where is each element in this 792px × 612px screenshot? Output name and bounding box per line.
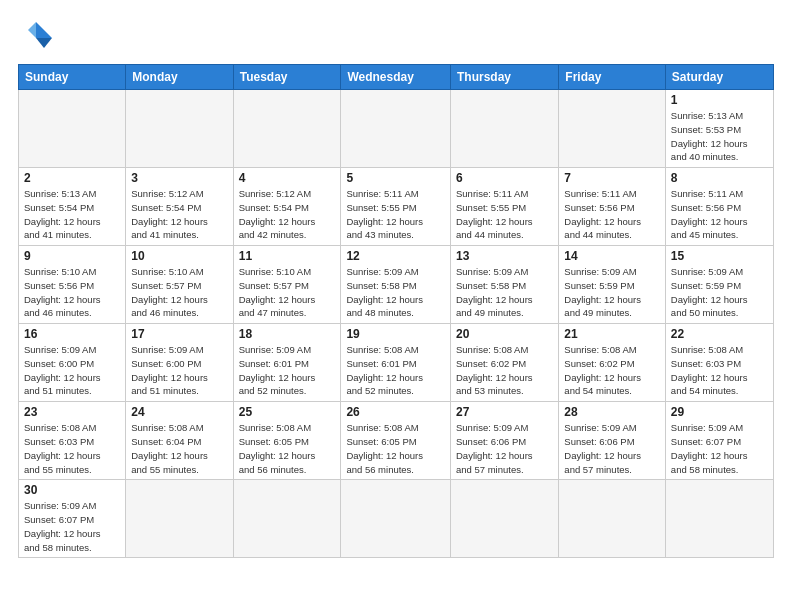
day-number: 15: [671, 249, 768, 263]
calendar-cell: 28Sunrise: 5:09 AM Sunset: 6:06 PM Dayli…: [559, 402, 666, 480]
day-info: Sunrise: 5:08 AM Sunset: 6:05 PM Dayligh…: [346, 421, 445, 476]
calendar-cell: 18Sunrise: 5:09 AM Sunset: 6:01 PM Dayli…: [233, 324, 341, 402]
day-number: 8: [671, 171, 768, 185]
day-number: 18: [239, 327, 336, 341]
day-number: 28: [564, 405, 660, 419]
day-number: 27: [456, 405, 553, 419]
calendar-cell: 16Sunrise: 5:09 AM Sunset: 6:00 PM Dayli…: [19, 324, 126, 402]
day-number: 21: [564, 327, 660, 341]
calendar-cell: 2Sunrise: 5:13 AM Sunset: 5:54 PM Daylig…: [19, 168, 126, 246]
calendar-cell: 8Sunrise: 5:11 AM Sunset: 5:56 PM Daylig…: [665, 168, 773, 246]
calendar-cell: [126, 480, 233, 558]
day-info: Sunrise: 5:13 AM Sunset: 5:54 PM Dayligh…: [24, 187, 120, 242]
day-info: Sunrise: 5:09 AM Sunset: 6:06 PM Dayligh…: [456, 421, 553, 476]
calendar-cell: [341, 480, 451, 558]
calendar-cell: 5Sunrise: 5:11 AM Sunset: 5:55 PM Daylig…: [341, 168, 451, 246]
calendar-cell: 21Sunrise: 5:08 AM Sunset: 6:02 PM Dayli…: [559, 324, 666, 402]
day-info: Sunrise: 5:08 AM Sunset: 6:05 PM Dayligh…: [239, 421, 336, 476]
day-info: Sunrise: 5:08 AM Sunset: 6:01 PM Dayligh…: [346, 343, 445, 398]
day-number: 23: [24, 405, 120, 419]
column-header-sunday: Sunday: [19, 65, 126, 90]
calendar-cell: 1Sunrise: 5:13 AM Sunset: 5:53 PM Daylig…: [665, 90, 773, 168]
day-number: 7: [564, 171, 660, 185]
calendar-cell: 30Sunrise: 5:09 AM Sunset: 6:07 PM Dayli…: [19, 480, 126, 558]
day-info: Sunrise: 5:11 AM Sunset: 5:56 PM Dayligh…: [671, 187, 768, 242]
calendar-week-row: 1Sunrise: 5:13 AM Sunset: 5:53 PM Daylig…: [19, 90, 774, 168]
calendar-cell: [233, 90, 341, 168]
day-info: Sunrise: 5:09 AM Sunset: 6:01 PM Dayligh…: [239, 343, 336, 398]
calendar-cell: 29Sunrise: 5:09 AM Sunset: 6:07 PM Dayli…: [665, 402, 773, 480]
day-number: 17: [131, 327, 227, 341]
day-info: Sunrise: 5:10 AM Sunset: 5:56 PM Dayligh…: [24, 265, 120, 320]
calendar-cell: 17Sunrise: 5:09 AM Sunset: 6:00 PM Dayli…: [126, 324, 233, 402]
calendar-cell: 13Sunrise: 5:09 AM Sunset: 5:58 PM Dayli…: [451, 246, 559, 324]
day-number: 24: [131, 405, 227, 419]
day-info: Sunrise: 5:09 AM Sunset: 5:58 PM Dayligh…: [346, 265, 445, 320]
calendar-cell: 3Sunrise: 5:12 AM Sunset: 5:54 PM Daylig…: [126, 168, 233, 246]
day-number: 10: [131, 249, 227, 263]
day-number: 30: [24, 483, 120, 497]
day-info: Sunrise: 5:11 AM Sunset: 5:56 PM Dayligh…: [564, 187, 660, 242]
day-number: 20: [456, 327, 553, 341]
calendar-cell: 6Sunrise: 5:11 AM Sunset: 5:55 PM Daylig…: [451, 168, 559, 246]
calendar-cell: 12Sunrise: 5:09 AM Sunset: 5:58 PM Dayli…: [341, 246, 451, 324]
header: [18, 18, 774, 54]
day-number: 12: [346, 249, 445, 263]
calendar-cell: [451, 480, 559, 558]
calendar-cell: 26Sunrise: 5:08 AM Sunset: 6:05 PM Dayli…: [341, 402, 451, 480]
calendar-cell: 10Sunrise: 5:10 AM Sunset: 5:57 PM Dayli…: [126, 246, 233, 324]
calendar-cell: [19, 90, 126, 168]
day-number: 14: [564, 249, 660, 263]
calendar-week-row: 23Sunrise: 5:08 AM Sunset: 6:03 PM Dayli…: [19, 402, 774, 480]
day-number: 19: [346, 327, 445, 341]
day-info: Sunrise: 5:09 AM Sunset: 6:07 PM Dayligh…: [24, 499, 120, 554]
column-header-saturday: Saturday: [665, 65, 773, 90]
day-info: Sunrise: 5:09 AM Sunset: 6:06 PM Dayligh…: [564, 421, 660, 476]
day-info: Sunrise: 5:08 AM Sunset: 6:02 PM Dayligh…: [564, 343, 660, 398]
calendar-cell: 19Sunrise: 5:08 AM Sunset: 6:01 PM Dayli…: [341, 324, 451, 402]
day-info: Sunrise: 5:08 AM Sunset: 6:02 PM Dayligh…: [456, 343, 553, 398]
day-number: 26: [346, 405, 445, 419]
day-number: 2: [24, 171, 120, 185]
calendar-cell: 7Sunrise: 5:11 AM Sunset: 5:56 PM Daylig…: [559, 168, 666, 246]
calendar-cell: [559, 90, 666, 168]
day-number: 5: [346, 171, 445, 185]
calendar-week-row: 2Sunrise: 5:13 AM Sunset: 5:54 PM Daylig…: [19, 168, 774, 246]
day-number: 13: [456, 249, 553, 263]
calendar-cell: 23Sunrise: 5:08 AM Sunset: 6:03 PM Dayli…: [19, 402, 126, 480]
day-number: 6: [456, 171, 553, 185]
day-info: Sunrise: 5:08 AM Sunset: 6:04 PM Dayligh…: [131, 421, 227, 476]
calendar-cell: [451, 90, 559, 168]
calendar-cell: 22Sunrise: 5:08 AM Sunset: 6:03 PM Dayli…: [665, 324, 773, 402]
calendar-cell: [126, 90, 233, 168]
calendar-cell: 4Sunrise: 5:12 AM Sunset: 5:54 PM Daylig…: [233, 168, 341, 246]
page: SundayMondayTuesdayWednesdayThursdayFrid…: [0, 0, 792, 612]
calendar-cell: 20Sunrise: 5:08 AM Sunset: 6:02 PM Dayli…: [451, 324, 559, 402]
day-info: Sunrise: 5:10 AM Sunset: 5:57 PM Dayligh…: [239, 265, 336, 320]
calendar-cell: [341, 90, 451, 168]
calendar-cell: 14Sunrise: 5:09 AM Sunset: 5:59 PM Dayli…: [559, 246, 666, 324]
day-number: 16: [24, 327, 120, 341]
day-number: 1: [671, 93, 768, 107]
day-info: Sunrise: 5:08 AM Sunset: 6:03 PM Dayligh…: [24, 421, 120, 476]
day-number: 29: [671, 405, 768, 419]
logo: [18, 18, 60, 54]
day-info: Sunrise: 5:08 AM Sunset: 6:03 PM Dayligh…: [671, 343, 768, 398]
day-number: 3: [131, 171, 227, 185]
day-number: 9: [24, 249, 120, 263]
day-info: Sunrise: 5:09 AM Sunset: 5:59 PM Dayligh…: [564, 265, 660, 320]
calendar-week-row: 9Sunrise: 5:10 AM Sunset: 5:56 PM Daylig…: [19, 246, 774, 324]
day-number: 25: [239, 405, 336, 419]
calendar-cell: [233, 480, 341, 558]
calendar-cell: 9Sunrise: 5:10 AM Sunset: 5:56 PM Daylig…: [19, 246, 126, 324]
day-info: Sunrise: 5:11 AM Sunset: 5:55 PM Dayligh…: [456, 187, 553, 242]
calendar-week-row: 30Sunrise: 5:09 AM Sunset: 6:07 PM Dayli…: [19, 480, 774, 558]
calendar-cell: 25Sunrise: 5:08 AM Sunset: 6:05 PM Dayli…: [233, 402, 341, 480]
calendar: SundayMondayTuesdayWednesdayThursdayFrid…: [18, 64, 774, 558]
day-number: 4: [239, 171, 336, 185]
calendar-cell: [665, 480, 773, 558]
column-header-monday: Monday: [126, 65, 233, 90]
column-header-thursday: Thursday: [451, 65, 559, 90]
day-info: Sunrise: 5:09 AM Sunset: 5:59 PM Dayligh…: [671, 265, 768, 320]
column-header-wednesday: Wednesday: [341, 65, 451, 90]
